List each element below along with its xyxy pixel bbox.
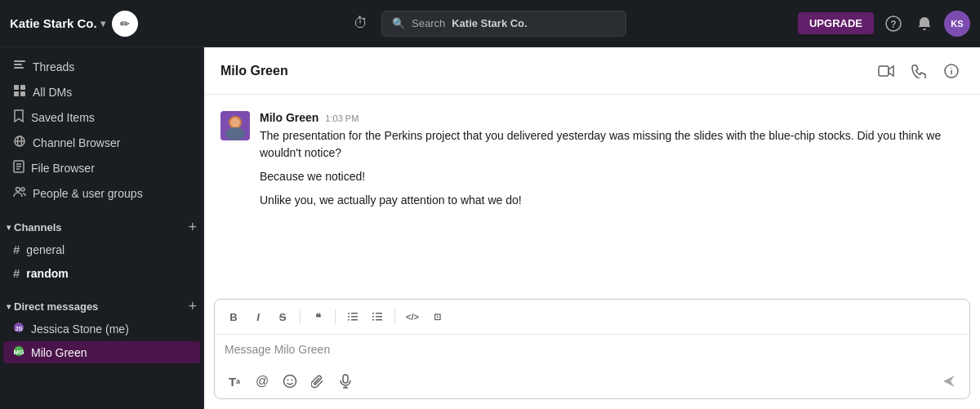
emoji-button[interactable]: [278, 370, 301, 393]
edit-button[interactable]: ✏: [112, 11, 138, 37]
svg-rect-2: [14, 60, 25, 62]
ordered-list-button[interactable]: [342, 306, 363, 327]
message-sender: Milo Green: [260, 111, 318, 124]
mention-button[interactable]: @: [251, 370, 274, 393]
italic-button[interactable]: I: [247, 306, 269, 327]
dm-section[interactable]: ▾ Direct messages +: [0, 291, 203, 317]
sidebar-label-all-dms: All DMs: [33, 86, 72, 99]
channel-hash-icon-general: #: [13, 242, 20, 256]
message-item: Milo Green 1:03 PM The presentation for …: [220, 111, 964, 209]
topbar-center: ⏱ 🔍 Search Katie Stark Co.: [206, 11, 774, 37]
add-dm-button[interactable]: +: [188, 298, 197, 315]
all-dms-icon: [13, 84, 26, 100]
strikethrough-button[interactable]: S: [272, 306, 293, 327]
svg-rect-5: [14, 85, 19, 90]
editor-input[interactable]: Message Milo Green: [215, 335, 969, 364]
editor-placeholder: Message Milo Green: [225, 343, 330, 356]
svg-point-42: [287, 380, 289, 381]
sidebar: Threads All DMs Saved Items Channel Brow…: [0, 47, 204, 409]
help-button[interactable]: ?: [882, 12, 905, 35]
message-text-1: The presentation for the Perkins project…: [260, 127, 964, 162]
search-box[interactable]: 🔍 Search Katie Stark Co.: [381, 11, 626, 37]
chat-header-icons: [874, 59, 964, 83]
code-block-button[interactable]: ⊡: [426, 306, 448, 327]
chat-editor: B I S ❝ </> ⊡ Message Milo Green: [214, 299, 970, 399]
dm-chevron-icon: ▾: [7, 302, 11, 311]
people-icon: [13, 185, 26, 201]
dm-label-milo: Milo Green: [31, 346, 87, 359]
svg-rect-6: [20, 85, 25, 90]
chat-title: Milo Green: [220, 64, 288, 78]
chat-messages: Milo Green 1:03 PM The presentation for …: [204, 95, 980, 299]
workspace-name[interactable]: Katie Stark Co. ▾: [10, 16, 105, 30]
bold-button[interactable]: B: [223, 306, 244, 327]
svg-point-27: [225, 127, 245, 140]
info-button[interactable]: [939, 59, 964, 83]
dm-label-jessica: Jessica Stone (me): [31, 322, 129, 336]
audio-button[interactable]: [334, 370, 357, 393]
svg-text:?: ?: [890, 19, 896, 30]
svg-point-17: [21, 188, 24, 191]
history-button[interactable]: ⏱: [354, 15, 368, 32]
dm-section-label: ▾ Direct messages: [7, 300, 98, 313]
svg-rect-3: [14, 64, 22, 65]
svg-text:MG: MG: [14, 349, 24, 356]
upgrade-button[interactable]: UPGRADE: [798, 12, 874, 34]
message-text-3: Unlike you, we actually pay attention to…: [260, 192, 964, 209]
chat-header: Milo Green: [204, 47, 980, 95]
chat-area: Milo Green Milo: [204, 47, 980, 409]
svg-rect-4: [14, 67, 24, 69]
svg-rect-35: [376, 313, 382, 314]
sidebar-item-random[interactable]: # random: [3, 262, 200, 284]
jessica-status-icon: JS: [13, 322, 24, 336]
sidebar-item-file-browser[interactable]: File Browser: [3, 156, 200, 180]
send-button[interactable]: [937, 369, 961, 393]
channel-label-random: random: [26, 267, 68, 280]
sidebar-item-milo[interactable]: MG Milo Green: [3, 341, 200, 363]
threads-icon: [13, 59, 26, 74]
svg-point-40: [372, 319, 374, 321]
search-placeholder: Search: [412, 17, 445, 29]
svg-rect-37: [376, 319, 382, 321]
sidebar-label-saved: Saved Items: [31, 111, 95, 124]
svg-rect-8: [20, 91, 25, 96]
toolbar-divider-3: [394, 309, 395, 324]
svg-point-43: [292, 380, 293, 381]
svg-rect-44: [343, 375, 348, 383]
sidebar-item-threads[interactable]: Threads: [3, 55, 200, 78]
svg-rect-33: [348, 316, 350, 318]
sidebar-label-people: People & user groups: [33, 187, 143, 200]
user-avatar[interactable]: KS: [944, 11, 970, 37]
unordered-list-button[interactable]: [367, 306, 388, 327]
message-text-2: Because we noticed!: [260, 168, 964, 185]
channel-label-general: general: [26, 243, 65, 256]
editor-bottom: Ta @: [215, 364, 969, 398]
channels-section[interactable]: ▾ Channels +: [0, 212, 203, 238]
svg-rect-36: [376, 316, 382, 318]
svg-text:JS: JS: [15, 325, 23, 332]
sidebar-item-channel-browser[interactable]: Channel Browser: [3, 131, 200, 154]
notifications-button[interactable]: [913, 12, 936, 35]
svg-rect-30: [351, 316, 358, 318]
blockquote-button[interactable]: ❝: [307, 306, 328, 327]
text-format-button[interactable]: Ta: [223, 370, 246, 393]
topbar-right: UPGRADE ? KS: [774, 11, 970, 37]
topbar: Katie Stark Co. ▾ ✏ ⏱ 🔍 Search Katie Sta…: [0, 0, 980, 47]
sidebar-item-jessica[interactable]: JS Jessica Stone (me): [3, 318, 200, 340]
attachment-button[interactable]: [306, 370, 329, 393]
code-button[interactable]: </>: [402, 306, 423, 327]
sidebar-label-file-browser: File Browser: [31, 162, 95, 175]
sidebar-item-saved[interactable]: Saved Items: [3, 105, 200, 129]
svg-rect-31: [351, 319, 358, 321]
svg-point-28: [230, 118, 240, 127]
audio-call-button[interactable]: [906, 59, 931, 83]
video-call-button[interactable]: [874, 59, 898, 83]
message-header: Milo Green 1:03 PM: [260, 111, 964, 124]
sidebar-item-general[interactable]: # general: [3, 238, 200, 260]
toolbar-divider-1: [300, 309, 301, 324]
svg-rect-29: [351, 313, 358, 314]
avatar-initials: KS: [951, 19, 963, 29]
sidebar-item-people[interactable]: People & user groups: [3, 181, 200, 205]
add-channel-button[interactable]: +: [188, 219, 197, 236]
sidebar-item-all-dms[interactable]: All DMs: [3, 80, 200, 104]
